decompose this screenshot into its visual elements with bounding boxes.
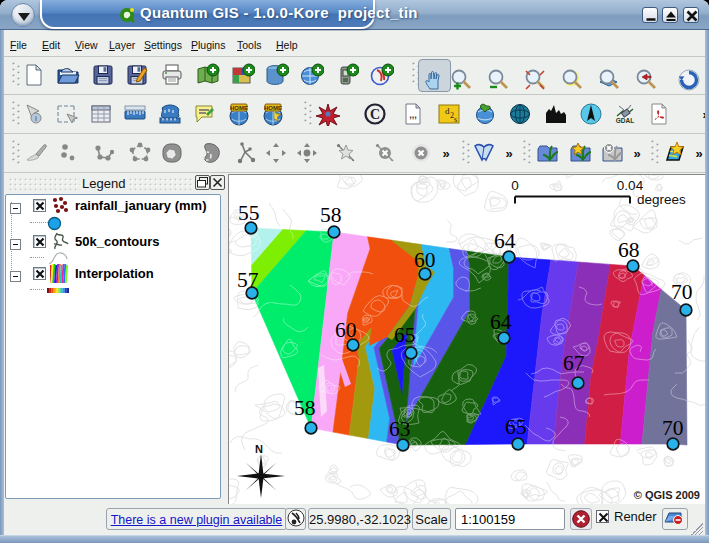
svg-text:0.04: 0.04 — [617, 178, 644, 193]
svg-text:64: 64 — [490, 310, 512, 334]
svg-text:70: 70 — [662, 416, 684, 440]
svg-text:0: 0 — [511, 178, 519, 193]
svg-text:HOME: HOME — [264, 105, 282, 111]
svg-text:64: 64 — [494, 229, 516, 253]
svg-text:58: 58 — [320, 203, 342, 227]
svg-text:67: 67 — [563, 351, 585, 375]
svg-text:55: 55 — [238, 201, 260, 225]
svg-text:60: 60 — [414, 248, 436, 272]
svg-text:68: 68 — [618, 238, 640, 262]
svg-text:»: » — [633, 146, 640, 161]
svg-text:N: N — [255, 443, 263, 455]
svg-text:C: C — [370, 107, 380, 122]
svg-text:degrees: degrees — [637, 192, 686, 207]
svg-text:HOME: HOME — [230, 105, 248, 111]
svg-text:GDAL: GDAL — [616, 117, 634, 124]
svg-text:63: 63 — [389, 417, 411, 441]
svg-text:,,,: ,,, — [409, 110, 417, 120]
svg-text:»: » — [442, 146, 449, 161]
svg-text:s: s — [454, 115, 457, 124]
svg-text:60: 60 — [335, 318, 357, 342]
svg-text:i: i — [35, 114, 37, 123]
svg-text:57: 57 — [237, 268, 259, 292]
svg-text:© QGIS 2009: © QGIS 2009 — [634, 489, 700, 501]
svg-text:65: 65 — [505, 415, 527, 439]
svg-text:»: » — [695, 146, 702, 161]
svg-text:58: 58 — [294, 396, 316, 420]
svg-text:65: 65 — [394, 323, 416, 347]
svg-text:»: » — [505, 146, 512, 161]
svg-text:70: 70 — [671, 280, 693, 304]
